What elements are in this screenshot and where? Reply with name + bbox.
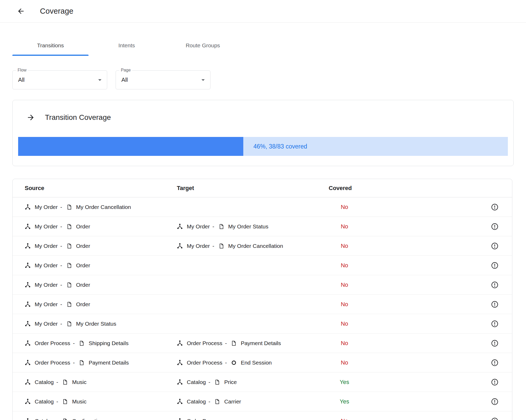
source-cell: Catalog-Confirmation (25, 418, 177, 420)
table-row: Catalog-ConfirmationOrder ProcessNo (13, 411, 512, 420)
tab-route-groups[interactable]: Route Groups (165, 35, 241, 56)
info-icon[interactable] (491, 262, 499, 269)
coverage-card-title: Transition Coverage (45, 113, 111, 122)
page-icon (219, 243, 224, 249)
info-icon[interactable] (491, 223, 499, 231)
flow-select-label: Flow (16, 68, 28, 73)
source-endpoint: My Order-My Order Cancellation (25, 204, 131, 210)
coverage-card-header: Transition Coverage (18, 113, 508, 122)
separator: - (225, 360, 227, 366)
page-icon (214, 379, 220, 385)
separator: - (60, 262, 62, 269)
column-header-target: Target (177, 185, 329, 192)
source-endpoint: My Order-Order (25, 262, 90, 269)
top-bar: Coverage (0, 0, 526, 23)
flow-name: My Order (35, 243, 58, 249)
flow-icon (25, 301, 31, 307)
column-header-source: Source (25, 185, 177, 192)
table-row: My Order-My Order CancellationNo (13, 197, 512, 217)
source-cell: Catalog-Music (25, 379, 177, 385)
target-cell: Order Process-Payment Details (177, 340, 329, 346)
column-header-covered: Covered (329, 185, 360, 192)
flow-icon (25, 262, 31, 268)
separator: - (60, 301, 62, 308)
page-name: Price (224, 379, 237, 385)
info-cell (487, 203, 503, 211)
covered-status: No (341, 281, 348, 288)
table-row: My Order-OrderNo (13, 295, 512, 314)
page-name: Shipping Details (89, 340, 128, 346)
flow-icon (25, 418, 31, 420)
page-select-value: All (121, 76, 128, 83)
separator: - (60, 282, 62, 288)
target-endpoint: Order Process-Payment Details (177, 340, 281, 346)
info-icon[interactable] (491, 398, 499, 406)
arrow-right-icon (27, 113, 35, 122)
flow-select[interactable]: Flow All (12, 70, 107, 89)
flow-name: My Order (35, 282, 58, 288)
tab-intents[interactable]: Intents (89, 35, 165, 56)
table-row: My Order-OrderMy Order-My Order Cancella… (13, 236, 512, 256)
info-icon[interactable] (491, 417, 499, 420)
back-button[interactable] (15, 6, 26, 17)
covered-status: No (341, 418, 348, 420)
table-row: My Order-My Order StatusNo (13, 314, 512, 334)
info-cell (487, 262, 503, 269)
flow-name: My Order (35, 301, 58, 308)
flow-icon (25, 379, 31, 385)
flow-name: My Order (187, 243, 210, 249)
info-icon[interactable] (491, 339, 499, 347)
info-icon[interactable] (491, 300, 499, 308)
covered-cell: No (329, 418, 360, 420)
table-row: Order Process-Payment DetailsOrder Proce… (13, 353, 512, 372)
table-row: Catalog-MusicCatalog-CarrierYes (13, 392, 512, 411)
covered-cell: No (329, 359, 360, 366)
tab-transitions[interactable]: Transitions (12, 35, 89, 56)
source-cell: My Order-Order (25, 282, 177, 288)
info-cell (487, 339, 503, 347)
flow-name: Order Process (187, 340, 222, 346)
source-cell: Catalog-Music (25, 398, 177, 405)
info-icon[interactable] (491, 203, 499, 211)
separator: - (213, 223, 214, 230)
source-endpoint: Order Process-Shipping Details (25, 340, 128, 346)
covered-cell: No (329, 281, 360, 288)
covered-cell: No (329, 204, 360, 211)
info-icon[interactable] (491, 378, 499, 386)
page-name: Payment Details (89, 360, 129, 366)
tab-bar: Transitions Intents Route Groups (12, 35, 526, 56)
flow-icon (177, 418, 183, 420)
target-endpoint: My Order-My Order Cancellation (177, 243, 283, 249)
source-endpoint: My Order-Order (25, 301, 90, 308)
covered-status: Yes (340, 398, 349, 405)
tab-intents-label: Intents (118, 42, 135, 49)
flow-name: Catalog (35, 379, 54, 385)
page-icon (62, 399, 68, 404)
source-cell: My Order-Order (25, 223, 177, 230)
arrow-left-icon (17, 7, 25, 15)
tab-route-groups-label: Route Groups (186, 42, 220, 49)
info-icon[interactable] (491, 281, 499, 289)
page-select[interactable]: Page All (116, 70, 210, 89)
separator: - (60, 223, 62, 230)
page-name: My Order Status (228, 223, 269, 230)
info-icon[interactable] (491, 320, 499, 328)
flow-icon (25, 321, 31, 327)
page-icon (66, 224, 72, 229)
transition-coverage-card: Transition Coverage 46%, 38/83 covered (12, 100, 514, 166)
info-cell (487, 242, 503, 250)
page-name: End Session (241, 360, 272, 366)
covered-status: No (341, 243, 348, 249)
chevron-down-icon (96, 76, 104, 84)
covered-status: No (341, 340, 348, 347)
page-name: My Order Cancellation (76, 204, 131, 210)
coverage-progress-bar: 46%, 38/83 covered (18, 137, 508, 156)
filter-bar: Flow All Page All (12, 70, 526, 89)
covered-status: No (341, 359, 348, 366)
info-icon[interactable] (491, 359, 499, 367)
info-icon[interactable] (491, 242, 499, 250)
separator: - (208, 398, 210, 405)
page-icon (62, 418, 68, 420)
page-icon (66, 321, 72, 327)
page-name: Confirmation (72, 418, 103, 420)
